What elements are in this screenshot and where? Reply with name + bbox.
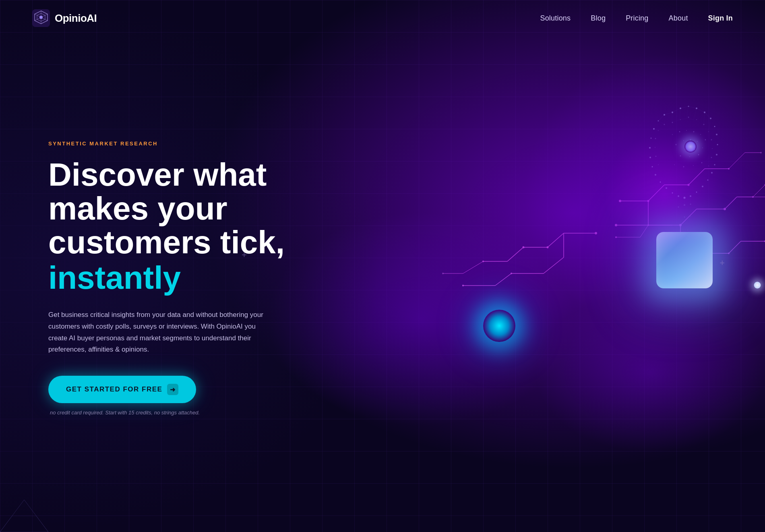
navbar: OpinioAI Solutions Blog Pricing About Si… <box>0 0 765 36</box>
hero-title-accent: instantly <box>48 261 285 295</box>
plus-decoration-1: + <box>242 250 247 260</box>
logo-link[interactable]: OpinioAI <box>32 9 97 27</box>
cta-button-label: GET STARTED FOR FREE <box>66 385 162 393</box>
svg-point-6 <box>39 16 43 19</box>
plus-decoration-2: + <box>720 258 725 268</box>
cta-arrow-icon: ➜ <box>167 384 178 395</box>
nav-signin[interactable]: Sign In <box>708 14 733 22</box>
hero-section: SYNTHETIC MARKET RESEARCH Discover what … <box>0 0 765 532</box>
logo-text: OpinioAI <box>55 12 97 25</box>
cta-note: no credit card required. Start with 15 c… <box>50 410 285 416</box>
cta-button[interactable]: GET STARTED FOR FREE ➜ <box>48 376 196 403</box>
nav-pricing[interactable]: Pricing <box>626 14 648 22</box>
hero-eyebrow: SYNTHETIC MARKET RESEARCH <box>48 141 285 147</box>
hero-content: SYNTHETIC MARKET RESEARCH Discover what … <box>0 116 285 416</box>
hero-description: Get business critical insights from your… <box>48 309 274 356</box>
cta-wrapper: GET STARTED FOR FREE ➜ no credit card re… <box>48 376 285 416</box>
nav-about[interactable]: About <box>669 14 688 22</box>
hero-title-line1: Discover what <box>48 157 267 193</box>
logo-icon <box>32 9 50 27</box>
nav-blog[interactable]: Blog <box>591 14 606 22</box>
hero-title: Discover what makes your customers tick,… <box>48 158 285 295</box>
hero-title-line3: customers tick, <box>48 224 285 260</box>
nav-links: Solutions Blog Pricing About Sign In <box>540 14 733 23</box>
hero-title-line2: makes your <box>48 190 227 226</box>
nav-solutions[interactable]: Solutions <box>540 14 571 22</box>
